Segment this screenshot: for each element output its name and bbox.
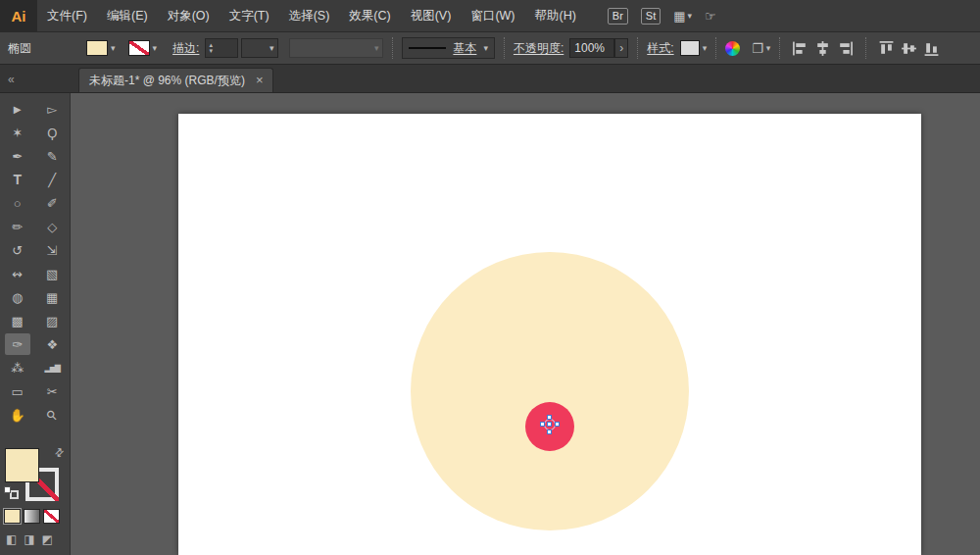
menu-object[interactable]: 对象(O)	[158, 0, 220, 31]
align-bottom-icon[interactable]	[923, 40, 940, 57]
stroke-weight-label[interactable]: 描边:	[172, 40, 199, 57]
lasso-tool[interactable]: Ϙ	[35, 121, 71, 144]
bridge-button[interactable]: Br	[608, 8, 628, 25]
curvature-tool[interactable]: ✎	[35, 144, 71, 168]
style-label[interactable]: 样式:	[647, 40, 673, 57]
draw-inside-icon[interactable]: ◩	[42, 532, 53, 546]
cream-circle-shape[interactable]	[411, 252, 689, 530]
draw-behind-icon[interactable]: ◨	[24, 532, 34, 546]
align-right-icon[interactable]	[837, 40, 854, 57]
menu-file[interactable]: 文件(F)	[37, 0, 97, 31]
menu-edit[interactable]: 编辑(E)	[97, 0, 158, 31]
anchor-handle[interactable]	[555, 422, 560, 427]
rotate-tool[interactable]: ↺	[0, 238, 35, 262]
chevron-down-icon: ▾	[688, 12, 693, 21]
default-fill-stroke-icon[interactable]	[4, 486, 19, 499]
style-swatch-well[interactable]: ▾	[680, 40, 708, 56]
style-swatch-icon	[680, 40, 700, 56]
eyedropper-tool[interactable]: ✑	[5, 333, 30, 355]
align-h-center-icon[interactable]	[814, 40, 831, 57]
stroke-color-well[interactable]: ▾	[128, 40, 158, 56]
blend-tool[interactable]: ❖	[35, 332, 71, 356]
chevron-down-icon: ▾	[374, 44, 379, 53]
menu-help[interactable]: 帮助(H)	[525, 0, 586, 31]
free-transform-tool[interactable]: ▧	[35, 262, 71, 285]
align-v-center-icon[interactable]	[901, 40, 917, 57]
shape-builder-tool[interactable]: ◍	[0, 285, 35, 309]
opacity-input[interactable]	[569, 38, 614, 58]
app-bar: Br St ▦ ▾ ☞	[608, 8, 716, 25]
pencil-tool[interactable]: ✏	[0, 215, 35, 238]
hand-gesture-icon[interactable]: ☞	[705, 9, 716, 24]
none-mode-button[interactable]	[43, 509, 60, 524]
grid-icon: ▦	[673, 9, 685, 24]
fill-stroke-controls: ⇄	[0, 446, 71, 509]
line-segment-tool[interactable]: ╱	[35, 168, 71, 191]
illustrator-window: Ai 文件(F) 编辑(E) 对象(O) 文字(T) 选择(S) 效果(C) 视…	[0, 0, 980, 555]
divider	[637, 37, 638, 59]
menu-select[interactable]: 选择(S)	[279, 0, 340, 31]
drawing-mode-buttons: ◧ ◨ ◩	[6, 532, 53, 546]
perspective-grid-tool[interactable]: ▦	[35, 285, 71, 309]
paintbrush-tool[interactable]: ✐	[35, 191, 71, 215]
menu-effect[interactable]: 效果(C)	[339, 0, 400, 31]
anchor-handle[interactable]	[540, 422, 545, 427]
scale-tool[interactable]: ⇲	[35, 238, 71, 262]
magic-wand-tool[interactable]: ✶	[0, 121, 35, 144]
collapse-panels-icon[interactable]: «	[0, 73, 71, 92]
width-tool[interactable]: ↭	[0, 262, 35, 285]
swap-fill-stroke-icon[interactable]: ⇄	[52, 445, 68, 461]
ellipse-tool[interactable]: ○	[0, 191, 35, 215]
close-icon[interactable]: ×	[256, 75, 264, 86]
fill-proxy-swatch[interactable]	[5, 448, 39, 482]
anchor-handle[interactable]	[547, 415, 552, 420]
selection-tool[interactable]: ►	[0, 97, 35, 121]
zoom-tool[interactable]: ⚲	[35, 403, 71, 427]
gradient-tool[interactable]: ▨	[35, 309, 71, 332]
divider	[392, 37, 393, 59]
column-graph-tool[interactable]: ▂▅▇	[35, 356, 71, 379]
brush-style-label: 基本	[453, 40, 476, 57]
align-left-icon[interactable]	[792, 40, 808, 57]
red-circle-shape[interactable]	[525, 402, 574, 451]
chevron-down-icon: ▾	[703, 44, 708, 53]
type-tool[interactable]: T	[0, 168, 35, 191]
align-top-icon[interactable]	[878, 40, 895, 57]
symbol-sprayer-tool[interactable]: ⁂	[0, 356, 35, 379]
draw-normal-icon[interactable]: ◧	[6, 532, 17, 546]
menu-window[interactable]: 窗口(W)	[461, 0, 524, 31]
direct-selection-tool[interactable]: ▻	[35, 97, 71, 121]
document-setup-button[interactable]: ❐ ▾	[752, 41, 770, 56]
menu-bar: Ai 文件(F) 编辑(E) 对象(O) 文字(T) 选择(S) 效果(C) 视…	[0, 0, 980, 32]
menu-view[interactable]: 视图(V)	[401, 0, 462, 31]
stroke-weight-dropdown[interactable]: ▾	[241, 38, 278, 58]
color-mode-button[interactable]	[4, 509, 21, 524]
mesh-tool[interactable]: ▩	[0, 309, 35, 332]
slice-tool[interactable]: ✂	[35, 379, 71, 403]
stepper-down-icon: ▾	[209, 48, 237, 54]
artboard[interactable]	[178, 114, 921, 555]
artboard-tool[interactable]: ▭	[0, 379, 35, 403]
hand-tool[interactable]: ✋	[0, 403, 35, 427]
pen-tool[interactable]: ✒	[0, 144, 35, 168]
stock-button[interactable]: St	[641, 8, 661, 25]
opacity-panel-arrow[interactable]: ›	[614, 38, 628, 58]
app-logo: Ai	[0, 0, 37, 32]
anchor-handle[interactable]	[547, 422, 552, 427]
fill-color-well[interactable]: ▾	[86, 40, 116, 56]
brush-definition-dropdown[interactable]: 基本 ▾	[402, 37, 495, 59]
stroke-weight-stepper[interactable]: ▴ ▾	[205, 38, 238, 58]
document-tab[interactable]: 未标题-1* @ 96% (RGB/预览) ×	[78, 68, 273, 92]
arrange-documents-button[interactable]: ▦ ▾	[673, 9, 692, 24]
divider	[504, 37, 505, 59]
chevron-down-icon: ▾	[111, 44, 116, 53]
context-label: 椭圆	[8, 40, 31, 57]
anchor-handle[interactable]	[547, 429, 552, 434]
gradient-mode-button[interactable]	[24, 509, 40, 524]
eraser-tool[interactable]: ◇	[35, 215, 71, 238]
selection-anchors	[541, 416, 559, 433]
menu-type[interactable]: 文字(T)	[220, 0, 279, 31]
recolor-artwork-icon[interactable]	[725, 41, 740, 56]
opacity-label[interactable]: 不透明度:	[514, 40, 564, 57]
canvas[interactable]	[71, 93, 980, 555]
